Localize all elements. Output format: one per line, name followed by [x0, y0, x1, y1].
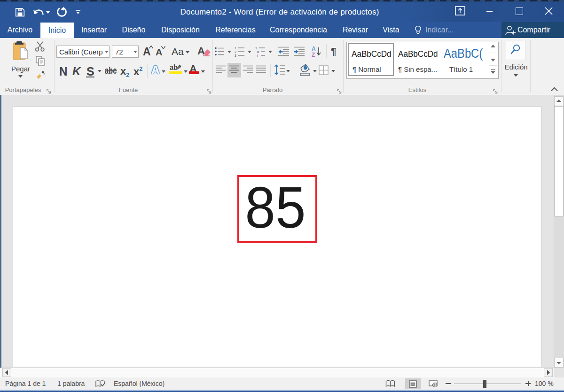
svg-text:i: i	[257, 54, 258, 57]
svg-text:1: 1	[235, 46, 236, 50]
svg-text:3: 3	[235, 54, 236, 57]
svg-text:2: 2	[235, 50, 236, 54]
svg-text:1: 1	[255, 46, 257, 50]
svg-text:a: a	[257, 50, 259, 54]
svg-text:Z: Z	[312, 52, 315, 57]
